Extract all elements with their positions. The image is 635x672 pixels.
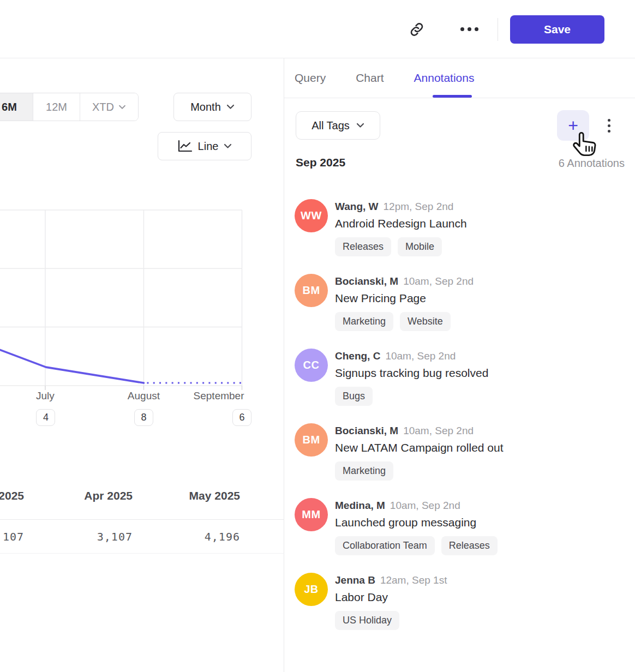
avatar: BM — [295, 274, 328, 307]
active-tab-underline — [433, 95, 472, 98]
tag-pill[interactable]: Collaboration Team — [335, 536, 435, 555]
annotation-count-badge[interactable]: 6 — [232, 409, 251, 426]
chevron-down-icon — [226, 104, 235, 110]
annotation-list: WWWang, W12pm, Sep 2ndAndroid Redesign L… — [295, 199, 627, 647]
avatar: BM — [295, 423, 328, 457]
annotation-timestamp: 10am, Sep 2nd — [403, 424, 474, 437]
tag-pill[interactable]: Bugs — [335, 387, 373, 406]
annotation-meta: Jenna B12am, Sep 1st — [335, 574, 447, 587]
annotations-toolbar: All Tags + — [284, 98, 635, 153]
annotation-title: Android Redesign Launch — [335, 214, 467, 233]
plus-icon: + — [568, 116, 578, 135]
line-chart-plot — [0, 207, 284, 395]
annotation-timestamp: 10am, Sep 2nd — [403, 275, 474, 288]
annotation-title: Signups tracking bug resolved — [335, 363, 488, 382]
range-tab-6m[interactable]: 6M — [0, 93, 33, 121]
avatar: MM — [295, 498, 328, 531]
table-cell-value: 4,196 — [205, 530, 240, 543]
annotation-tags: Marketing — [335, 461, 504, 481]
link-icon — [409, 21, 425, 38]
range-tab-12m[interactable]: 12M — [33, 93, 80, 121]
date-range-segmented-control: 6M12MXTD — [0, 93, 139, 121]
granularity-label: Month — [190, 101, 221, 113]
x-axis-tick-label: July — [36, 390, 55, 402]
annotation-tags: MarketingWebsite — [335, 312, 474, 331]
annotation-body: Wang, W12pm, Sep 2ndAndroid Redesign Lau… — [335, 199, 467, 256]
avatar: JB — [295, 573, 328, 606]
annotation-meta: Bocianski, M10am, Sep 2nd — [335, 424, 504, 437]
annotation-tags: ReleasesMobile — [335, 237, 467, 256]
chart-type-label: Line — [198, 140, 219, 153]
tab-query[interactable]: Query — [295, 71, 326, 85]
annotations-menu-button[interactable] — [602, 112, 616, 139]
annotation-body: Medina, M10am, Sep 2ndLaunched group mes… — [335, 498, 498, 555]
table-divider — [0, 519, 284, 520]
x-axis-tick-label: September — [194, 390, 244, 402]
table-column-header: Apr 2025 — [84, 489, 133, 502]
annotation-author: Jenna B — [335, 574, 375, 587]
annotation-list-item[interactable]: WWWang, W12pm, Sep 2ndAndroid Redesign L… — [295, 199, 627, 256]
panel-tabs: QueryChartAnnotations — [284, 58, 635, 98]
annotation-author: Bocianski, M — [335, 275, 398, 288]
annotation-count-badges: 486 — [0, 409, 284, 427]
more-options-button[interactable] — [457, 17, 481, 41]
annotation-body: Jenna B12am, Sep 1stLabor DayUS Holiday — [335, 573, 447, 630]
annotation-tags: Collaboration TeamReleases — [335, 536, 498, 555]
annotation-list-item[interactable]: BMBocianski, M10am, Sep 2ndNew LATAM Cam… — [295, 423, 627, 481]
granularity-dropdown[interactable]: Month — [173, 93, 251, 121]
tag-pill[interactable]: Mobile — [398, 237, 442, 256]
tag-pill[interactable]: Marketing — [335, 461, 393, 481]
avatar: WW — [295, 199, 328, 232]
annotation-meta: Medina, M10am, Sep 2nd — [335, 499, 498, 512]
section-month-title: Sep 2025 — [296, 156, 345, 169]
line-chart-icon — [177, 140, 193, 153]
annotation-meta: Wang, W12pm, Sep 2nd — [335, 200, 467, 213]
save-button[interactable]: Save — [510, 15, 604, 44]
annotation-meta: Cheng, C10am, Sep 2nd — [335, 350, 488, 363]
annotation-timestamp: 10am, Sep 2nd — [385, 350, 456, 363]
annotation-author: Cheng, C — [335, 350, 380, 363]
chevron-down-icon — [356, 123, 364, 128]
annotations-panel: QueryChartAnnotations All Tags + Sep 202… — [284, 58, 635, 672]
add-annotation-button[interactable]: + — [557, 110, 589, 141]
annotation-meta: Bocianski, M10am, Sep 2nd — [335, 275, 474, 288]
all-tags-label: All Tags — [311, 119, 350, 132]
chart-type-dropdown[interactable]: Line — [158, 132, 251, 160]
range-tab-xtd[interactable]: XTD — [80, 93, 138, 121]
annotation-title: Labor Day — [335, 587, 447, 607]
annotation-tags: Bugs — [335, 387, 488, 406]
header-actions: Save — [405, 0, 604, 58]
annotation-count-badge[interactable]: 4 — [36, 409, 55, 426]
data-table: 2025Apr 2025May 2025 1073,1074,196 — [0, 462, 284, 555]
annotation-timestamp: 10am, Sep 2nd — [390, 499, 460, 512]
chevron-down-icon — [118, 105, 126, 110]
table-column-header: 2025 — [0, 489, 24, 502]
table-cell-value: 107 — [3, 530, 24, 543]
month-section-header: Sep 2025 6 Annotations — [284, 153, 635, 185]
tag-pill[interactable]: Website — [400, 312, 451, 331]
annotation-list-item[interactable]: CCCheng, C10am, Sep 2ndSignups tracking … — [295, 349, 627, 406]
table-column-header: May 2025 — [189, 489, 240, 502]
tab-annotations[interactable]: Annotations — [414, 71, 475, 85]
range-tab-label: 6M — [2, 101, 17, 113]
share-link-button[interactable] — [405, 17, 429, 41]
all-tags-filter-dropdown[interactable]: All Tags — [296, 111, 380, 140]
tag-pill[interactable]: Releases — [335, 237, 391, 256]
annotation-list-item[interactable]: BMBocianski, M10am, Sep 2ndNew Pricing P… — [295, 274, 627, 331]
annotation-body: Bocianski, M10am, Sep 2ndNew Pricing Pag… — [335, 274, 474, 331]
tab-chart[interactable]: Chart — [356, 71, 384, 85]
header-divider — [498, 18, 498, 41]
tag-pill[interactable]: Marketing — [335, 312, 393, 331]
annotation-timestamp: 12pm, Sep 2nd — [384, 200, 454, 213]
annotation-list-item[interactable]: JBJenna B12am, Sep 1stLabor DayUS Holida… — [295, 573, 627, 630]
tag-pill[interactable]: Releases — [441, 536, 498, 555]
annotation-count-badge[interactable]: 8 — [134, 409, 153, 426]
annotation-title: New LATAM Campaign rolled out — [335, 438, 504, 457]
annotation-list-item[interactable]: MMMedina, M10am, Sep 2ndLaunched group m… — [295, 498, 627, 555]
annotation-author: Wang, W — [335, 200, 379, 213]
x-axis-tick-label: August — [128, 390, 160, 402]
table-cell-value: 3,107 — [97, 530, 133, 543]
chevron-down-icon — [224, 143, 232, 149]
tag-pill[interactable]: US Holiday — [335, 611, 399, 630]
line-chart — [0, 207, 284, 395]
